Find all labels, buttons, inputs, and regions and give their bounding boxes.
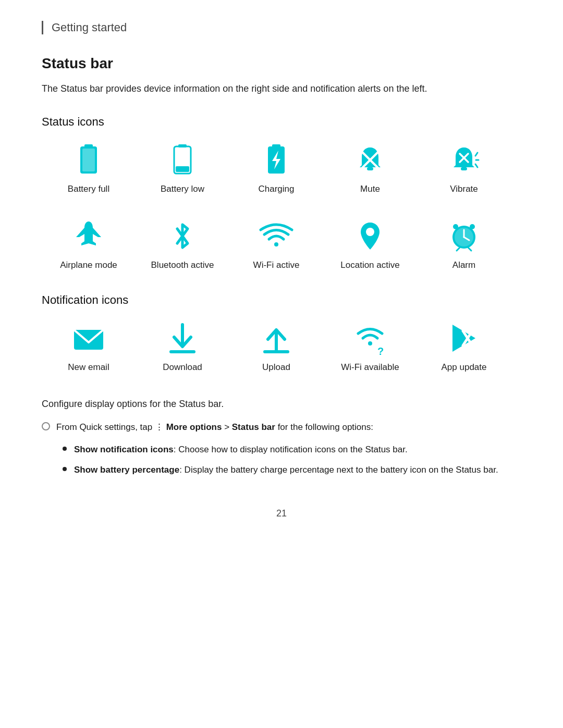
battery-full-item: Battery full [42,141,136,194]
alarm-icon [445,217,483,255]
svg-line-13 [475,153,478,156]
sub-bullets-list: Show notification icons: Choose how to d… [42,442,521,477]
status-icons-title: Status icons [42,115,521,129]
location-item: Location active [323,217,417,270]
vibrate-label: Vibrate [450,184,478,194]
svg-point-23 [453,224,458,229]
svg-line-25 [457,248,460,251]
quick-settings-text: From Quick settings, tap ⋮ More options … [56,420,373,434]
wifi-available-icon: ? [351,319,389,357]
upload-item: Upload [229,319,323,373]
page-number: 21 [42,508,521,519]
svg-rect-9 [367,167,373,170]
wifi-item: Wi-Fi active [229,217,323,270]
battery-low-item: Battery low [136,141,229,194]
description: The Status bar provides device informati… [42,81,521,96]
airplane-icon [70,217,107,255]
circle-bullet [42,422,50,430]
status-icons-row-2: Airplane mode Bluetooth active Wi-Fi act… [42,217,521,281]
bluetooth-label: Bluetooth active [151,260,214,270]
email-icon [70,319,107,357]
alarm-label: Alarm [452,260,475,270]
notification-icons-title: Notification icons [42,293,521,307]
show-notification-item: Show notification icons: Choose how to d… [63,442,521,456]
svg-rect-4 [178,144,187,147]
svg-line-15 [475,164,478,167]
svg-line-26 [468,248,471,251]
mute-icon [351,141,389,179]
configure-text: Configure display options for the Status… [42,399,521,410]
email-item: New email [42,319,136,373]
mute-label: Mute [360,184,380,194]
status-icons-row-1: Battery full Battery low Charging [42,141,521,205]
svg-marker-33 [452,325,475,352]
notification-icons-row: New email Download Upload [42,319,521,383]
page-header: Getting started [42,21,521,34]
svg-rect-1 [84,144,93,147]
battery-full-label: Battery full [68,184,109,194]
app-update-item: App update [417,319,511,373]
page-header-title: Getting started [52,21,127,34]
location-label: Location active [340,260,399,270]
upload-icon [258,319,295,357]
svg-point-18 [366,228,374,236]
battery-full-icon [70,141,107,179]
wifi-available-item: ? Wi-Fi available [323,319,417,373]
download-icon [164,319,201,357]
airplane-label: Airplane mode [60,260,117,270]
dot-bullet-2 [63,467,67,471]
charging-icon [258,141,295,179]
email-label: New email [68,362,109,373]
notification-icons-section: Notification icons New email Download [42,293,521,383]
bluetooth-icon [164,217,201,255]
show-battery-text: Show battery percentage: Display the bat… [74,463,498,477]
battery-low-icon [164,141,201,179]
show-battery-item: Show battery percentage: Display the bat… [63,463,521,477]
wifi-label: Wi-Fi active [253,260,300,270]
vibrate-item: Vibrate [417,141,511,194]
svg-rect-2 [82,149,95,171]
options-list: From Quick settings, tap ⋮ More options … [42,420,521,477]
battery-low-label: Battery low [161,184,204,194]
dot-bullet-1 [63,447,67,451]
section-title: Status bar [42,55,521,72]
svg-rect-12 [461,167,467,170]
svg-point-24 [470,224,475,229]
airplane-item: Airplane mode [42,217,136,270]
download-label: Download [163,362,202,373]
mute-item: Mute [323,141,417,194]
quick-settings-item: From Quick settings, tap ⋮ More options … [42,420,521,434]
app-update-icon [445,319,483,357]
svg-text:?: ? [377,346,384,357]
alarm-item: Alarm [417,217,511,270]
svg-rect-7 [272,144,280,147]
charging-label: Charging [259,184,295,194]
app-update-label: App update [442,362,487,373]
download-item: Download [136,319,229,373]
upload-label: Upload [262,362,290,373]
svg-rect-5 [176,166,189,172]
wifi-icon [258,217,295,255]
bluetooth-item: Bluetooth active [136,217,229,270]
charging-item: Charging [229,141,323,194]
show-notification-text: Show notification icons: Choose how to d… [74,442,408,456]
location-icon [351,217,389,255]
status-icons-section: Status icons Battery full Battery low [42,115,521,281]
wifi-available-label: Wi-Fi available [341,362,399,373]
vibrate-icon [445,141,483,179]
